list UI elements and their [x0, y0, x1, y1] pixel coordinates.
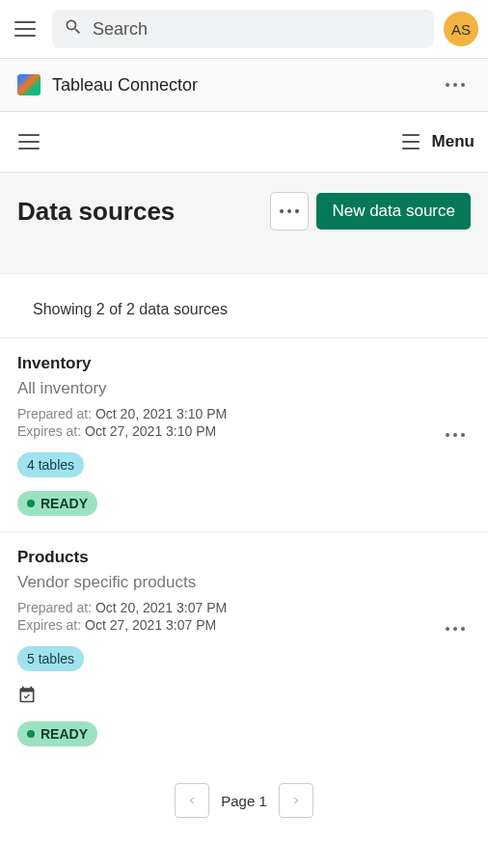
expires-label: Expires at:: [17, 423, 85, 439]
tableau-logo-icon: [17, 74, 41, 95]
search-input[interactable]: [93, 19, 422, 40]
prepared-value: Oct 20, 2021 3:07 PM: [95, 600, 227, 615]
prev-page-button[interactable]: [175, 783, 209, 818]
page-label: Page 1: [215, 793, 273, 809]
new-data-source-button[interactable]: New data source: [316, 193, 471, 230]
status-badge: READY: [17, 721, 97, 746]
prepared-label: Prepared at:: [17, 406, 95, 421]
data-source-description: Vendor specific products: [17, 573, 471, 592]
results-count: Showing 2 of 2 data sources: [0, 274, 488, 339]
schedule-icon: [17, 685, 37, 704]
status-badge: READY: [17, 491, 97, 516]
app-more-icon[interactable]: [440, 77, 471, 93]
data-source-name[interactable]: Products: [17, 548, 471, 567]
menu-label: Menu: [432, 132, 474, 151]
expires-value: Oct 27, 2021 3:10 PM: [85, 423, 216, 439]
pagination: Page 1: [0, 762, 488, 818]
data-source-name[interactable]: Inventory: [17, 354, 471, 373]
item-more-icon[interactable]: [440, 621, 471, 637]
avatar[interactable]: AS: [444, 12, 478, 46]
search-icon: [64, 17, 83, 41]
data-source-item: Products Vendor specific products Prepar…: [0, 532, 488, 762]
expires-value: Oct 27, 2021 3:07 PM: [85, 617, 216, 633]
expires-label: Expires at:: [17, 617, 85, 633]
prepared-value: Oct 20, 2021 3:10 PM: [95, 406, 227, 421]
menu-button[interactable]: Menu: [397, 125, 474, 158]
page-title: Data sources: [17, 197, 175, 227]
next-page-button[interactable]: [279, 783, 313, 818]
data-source-item: Inventory All inventory Prepared at: Oct…: [0, 339, 488, 532]
prepared-label: Prepared at:: [17, 600, 95, 615]
top-hamburger-icon[interactable]: [10, 13, 42, 45]
app-title: Tableau Connector: [52, 75, 198, 95]
sub-hamburger-icon[interactable]: [14, 125, 46, 158]
item-more-icon[interactable]: [440, 427, 471, 443]
search-box[interactable]: [52, 10, 434, 48]
tables-badge: 5 tables: [17, 646, 84, 671]
tables-badge: 4 tables: [17, 452, 84, 477]
page-more-button[interactable]: [270, 192, 309, 231]
data-source-description: All inventory: [17, 379, 471, 398]
